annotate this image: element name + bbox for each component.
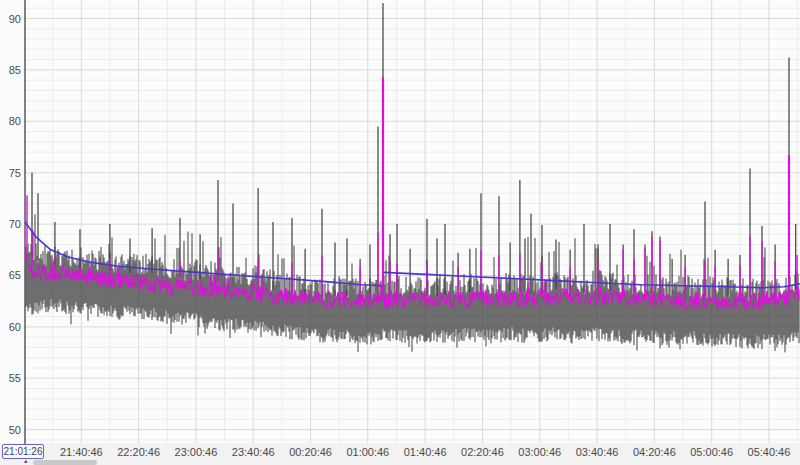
x-tick-label: 22:20:46 xyxy=(117,446,160,458)
x-tick-label: 03:00:46 xyxy=(518,446,561,458)
x-tick-label: 05:00:46 xyxy=(690,446,733,458)
x-tick-label: 21:40:46 xyxy=(60,446,103,458)
app-window: 50556065707580859021:40:4622:20:4623:00:… xyxy=(0,0,800,465)
x-tick-label: 01:40:46 xyxy=(404,446,447,458)
plot-background xyxy=(0,0,800,443)
x-tick-label: 23:00:46 xyxy=(175,446,218,458)
y-tick-label: 50 xyxy=(9,424,21,436)
x-tick-label: 01:00:46 xyxy=(346,446,389,458)
y-tick-label: 65 xyxy=(9,269,21,281)
y-tick-label: 55 xyxy=(9,372,21,384)
horizontal-scrollbar[interactable]: ▴ xyxy=(0,459,800,465)
y-tick-label: 75 xyxy=(9,167,21,179)
horizontal-scrollbar-thumb[interactable] xyxy=(33,460,97,465)
x-axis-start-time-label[interactable]: 21:01:26 xyxy=(2,444,44,459)
y-tick-label: 80 xyxy=(9,115,21,127)
x-tick-label: 02:20:46 xyxy=(461,446,504,458)
x-tick-label: 03:40:46 xyxy=(576,446,619,458)
x-tick-label: 04:20:46 xyxy=(633,446,676,458)
y-tick-label: 70 xyxy=(9,218,21,230)
x-tick-label: 05:40:46 xyxy=(748,446,791,458)
scrollbar-arrow-icon[interactable]: ▴ xyxy=(24,457,28,464)
x-tick-label: 23:40:46 xyxy=(232,446,275,458)
y-tick-label: 60 xyxy=(9,321,21,333)
y-tick-label: 90 xyxy=(9,13,21,25)
level-chart-canvas: 50556065707580859021:40:4622:20:4623:00:… xyxy=(0,0,800,465)
x-tick-label: 00:20:46 xyxy=(289,446,332,458)
y-tick-label: 85 xyxy=(9,64,21,76)
